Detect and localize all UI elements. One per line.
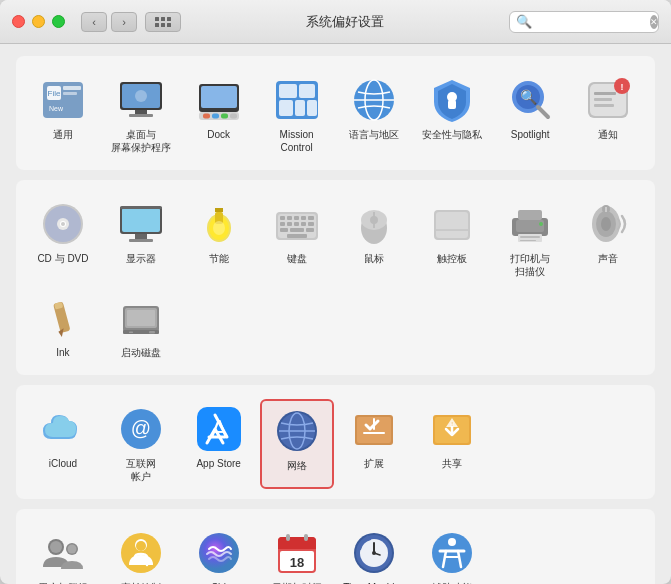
svg-text:18: 18 (289, 555, 303, 570)
desktop-label: 桌面与屏幕保护程序 (111, 128, 171, 154)
dock-icon (195, 76, 243, 124)
pref-expansion[interactable]: 扩展 (338, 399, 412, 489)
search-input[interactable] (536, 15, 646, 29)
svg-rect-63 (294, 222, 299, 226)
svg-rect-94 (127, 310, 155, 326)
keyboard-label: 键盘 (287, 252, 307, 265)
svg-text:!: ! (621, 82, 624, 92)
dock-label: Dock (207, 128, 230, 141)
spotlight-label: Spotlight (511, 128, 550, 141)
pref-timemachine[interactable]: Time Machine (338, 523, 412, 584)
general-label: 通用 (53, 128, 73, 141)
pref-general[interactable]: File New 通用 (26, 70, 100, 160)
pref-startup[interactable]: 启动磁盘 (104, 288, 178, 365)
close-button[interactable] (12, 15, 25, 28)
svg-point-83 (539, 222, 543, 226)
pref-spotlight[interactable]: 🔍 Spotlight (493, 70, 567, 160)
back-button[interactable]: ‹ (81, 12, 107, 32)
window-title: 系统偏好设置 (181, 13, 509, 31)
icon-grid-personal: File New 通用 (26, 70, 645, 160)
pref-desktop[interactable]: 桌面与屏幕保护程序 (104, 70, 178, 160)
pref-energy[interactable]: 节能 (182, 194, 256, 284)
pref-network[interactable]: 网络 (260, 399, 334, 489)
svg-rect-124 (278, 545, 316, 549)
pref-datetime[interactable]: 18 日期与时间 (260, 523, 334, 584)
pref-language[interactable]: 语言与地区 (338, 70, 412, 160)
pref-keyboard[interactable]: 键盘 (260, 194, 334, 284)
startup-icon (117, 294, 165, 342)
svg-rect-21 (279, 100, 293, 116)
svg-rect-9 (129, 114, 153, 117)
sound-icon (584, 200, 632, 248)
svg-rect-62 (287, 222, 292, 226)
svg-rect-19 (279, 84, 297, 98)
svg-rect-8 (135, 110, 147, 114)
datetime-icon: 18 (273, 529, 321, 577)
grid-view-button[interactable] (145, 12, 181, 32)
language-label: 语言与地区 (349, 128, 399, 141)
accessibility-icon (428, 529, 476, 577)
pref-trackpad[interactable]: 触控板 (415, 194, 489, 284)
titlebar: ‹ › 系统偏好设置 🔍 ✕ (0, 0, 671, 44)
printer-icon (506, 200, 554, 248)
pref-security[interactable]: 安全性与隐私 (415, 70, 489, 160)
search-box[interactable]: 🔍 ✕ (509, 11, 659, 33)
pref-internet[interactable]: @ 互联网帐户 (104, 399, 178, 489)
svg-rect-75 (436, 212, 468, 238)
users-icon (39, 529, 87, 577)
svg-rect-64 (301, 222, 306, 226)
svg-rect-78 (516, 220, 544, 232)
minimize-button[interactable] (32, 15, 45, 28)
pref-display[interactable]: 显示器 (104, 194, 178, 284)
pref-notification[interactable]: ! 通知 (571, 70, 645, 160)
icon-grid-hardware: CD 与 DVD 显示器 (26, 194, 645, 284)
maximize-button[interactable] (52, 15, 65, 28)
internet-icon: @ (117, 405, 165, 453)
svg-rect-17 (230, 114, 237, 119)
svg-point-10 (135, 90, 147, 102)
svg-rect-65 (308, 222, 314, 226)
sharing-icon: ! (428, 405, 476, 453)
section-internet: iCloud @ 互联网帐户 (16, 385, 655, 499)
sound-label: 声音 (598, 252, 618, 265)
appstore-label: App Store (196, 457, 240, 470)
cddvd-label: CD 与 DVD (37, 252, 88, 265)
pref-appstore[interactable]: A App Store (182, 399, 256, 489)
pref-ink[interactable]: Ink (26, 288, 100, 365)
pref-printer[interactable]: 打印机与扫描仪 (493, 194, 567, 284)
svg-text:File: File (47, 89, 60, 98)
svg-rect-79 (518, 210, 542, 220)
svg-rect-39 (594, 104, 614, 107)
svg-rect-60 (308, 216, 314, 220)
svg-rect-22 (295, 100, 305, 116)
siri-icon (195, 529, 243, 577)
expansion-label: 扩展 (364, 457, 384, 470)
svg-rect-28 (448, 100, 456, 109)
pref-cddvd[interactable]: CD 与 DVD (26, 194, 100, 284)
forward-button[interactable]: › (111, 12, 137, 32)
pref-dock[interactable]: Dock (182, 70, 256, 160)
pref-mission-control[interactable]: MissionControl (260, 70, 334, 160)
pref-sharing[interactable]: ! 共享 (415, 399, 489, 489)
pref-parental[interactable]: 家长控制 (104, 523, 178, 584)
pref-accessibility[interactable]: 辅助功能 (415, 523, 489, 584)
pref-mouse[interactable]: 鼠标 (338, 194, 412, 284)
svg-point-136 (448, 538, 456, 546)
pref-siri[interactable]: Siri (182, 523, 256, 584)
pref-sound[interactable]: 声音 (571, 194, 645, 284)
svg-rect-46 (122, 208, 160, 232)
svg-rect-15 (212, 114, 219, 119)
notification-label: 通知 (598, 128, 618, 141)
mouse-icon (350, 200, 398, 248)
mission-label: MissionControl (280, 128, 314, 154)
appstore-icon: A (195, 405, 243, 453)
pref-icloud[interactable]: iCloud (26, 399, 100, 489)
pref-users[interactable]: 用户与群组 (26, 523, 100, 584)
clear-search-button[interactable]: ✕ (650, 15, 658, 29)
energy-icon (195, 200, 243, 248)
main-window: ‹ › 系统偏好设置 🔍 ✕ (0, 0, 671, 584)
icon-grid-internet: iCloud @ 互联网帐户 (26, 399, 645, 489)
mission-icon (273, 76, 321, 124)
cddvd-icon (39, 200, 87, 248)
display-label: 显示器 (126, 252, 156, 265)
